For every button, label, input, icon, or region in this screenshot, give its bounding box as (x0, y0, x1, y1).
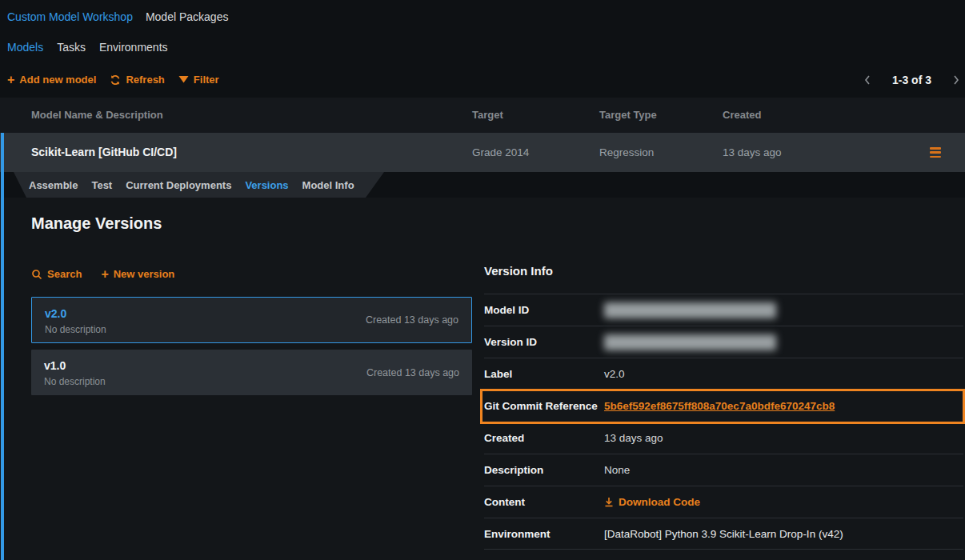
column-created: Created (723, 98, 761, 133)
info-value: None (604, 464, 630, 476)
chevron-right-icon[interactable] (952, 74, 960, 86)
column-target-type: Target Type (599, 98, 657, 133)
add-new-model-label: Add new model (19, 74, 96, 86)
info-row-model-id: Model ID (484, 294, 963, 326)
tab-model-info[interactable]: Model Info (302, 179, 354, 191)
model-target-type: Regression (599, 133, 654, 172)
info-label: Label (484, 368, 604, 380)
filter-icon (178, 75, 189, 85)
download-code-label: Download Code (619, 496, 700, 508)
info-value: [DataRobot] Python 3.9 Scikit-Learn Drop… (604, 528, 843, 540)
info-label: Version ID (484, 336, 604, 348)
info-label: Git Commit Reference (484, 400, 604, 412)
pagination-range: 1-3 of 3 (892, 74, 931, 86)
primary-nav: Custom Model Workshop Model Packages (7, 10, 228, 23)
nav-custom-model-workshop[interactable]: Custom Model Workshop (7, 10, 133, 23)
nav-model-packages[interactable]: Model Packages (146, 10, 229, 23)
model-table-row[interactable]: Scikit-Learn [GitHub CI/CD] Grade 2014 R… (0, 133, 965, 172)
info-row-environment: Environment [DataRobot] Python 3.9 Sciki… (484, 518, 963, 550)
info-row-git-commit: Git Commit Reference 5b6ef592ef8675ff808… (484, 390, 963, 422)
column-target: Target (472, 98, 503, 133)
version-info-panel: Version Info Model ID Version ID Label v… (484, 264, 963, 550)
info-row-content: Content Download Code (484, 486, 963, 518)
version-created: Created 13 days ago (366, 367, 459, 378)
filter-button[interactable]: Filter (178, 74, 219, 86)
download-icon (604, 497, 614, 507)
custom-model-workshop-screen: Custom Model Workshop Model Packages Mod… (0, 0, 965, 560)
tab-test[interactable]: Test (91, 179, 112, 191)
info-value: v2.0 (604, 368, 625, 380)
refresh-button[interactable]: Refresh (110, 74, 164, 86)
info-label: Description (484, 464, 604, 476)
model-target: Grade 2014 (472, 133, 529, 172)
chevron-left-icon[interactable] (863, 74, 871, 86)
filter-label: Filter (194, 74, 219, 86)
version-card-v2[interactable]: v2.0 No description Created 13 days ago (31, 297, 472, 343)
download-code-link[interactable]: Download Code (604, 496, 700, 508)
version-card-v1[interactable]: v1.0 No description Created 13 days ago (31, 350, 472, 395)
tab-current-deployments[interactable]: Current Deployments (126, 179, 231, 191)
model-created: 13 days ago (723, 133, 782, 172)
nav-models[interactable]: Models (7, 41, 43, 54)
tab-assemble[interactable]: Assemble (29, 179, 78, 191)
versions-content: Manage Versions Search + New version v2.… (0, 198, 965, 560)
nav-environments[interactable]: Environments (99, 41, 168, 54)
nav-tasks[interactable]: Tasks (57, 41, 86, 54)
versions-toolbar: Search + New version (31, 268, 174, 280)
action-bar: + Add new model Refresh Filter (7, 74, 219, 86)
info-row-label: Label v2.0 (484, 358, 963, 390)
refresh-label: Refresh (126, 74, 164, 86)
new-version-label: New version (114, 268, 175, 280)
pagination: 1-3 of 3 (863, 74, 960, 86)
redacted-value (604, 334, 776, 350)
model-detail-tabs: Assemble Test Current Deployments Versio… (0, 172, 384, 198)
models-table-header: Model Name & Description Target Target T… (0, 98, 965, 133)
version-description: No description (45, 324, 458, 335)
new-version-button[interactable]: + New version (101, 268, 174, 280)
tab-versions[interactable]: Versions (245, 179, 288, 191)
search-button[interactable]: Search (31, 268, 82, 280)
info-label: Content (484, 496, 604, 508)
manage-versions-title: Manage Versions (31, 214, 162, 233)
version-info-title: Version Info (484, 264, 963, 294)
refresh-icon (110, 74, 121, 86)
plus-icon: + (101, 269, 108, 279)
info-row-description: Description None (484, 454, 963, 486)
info-row-version-id: Version ID (484, 326, 963, 358)
column-model-name: Model Name & Description (31, 98, 163, 133)
info-label: Model ID (484, 304, 604, 316)
info-label: Created (484, 432, 604, 444)
info-row-created: Created 13 days ago (484, 422, 963, 454)
row-menu-icon[interactable] (930, 147, 941, 158)
redacted-value (604, 302, 776, 318)
info-label: Environment (484, 528, 604, 540)
search-label: Search (47, 268, 82, 280)
version-created: Created 13 days ago (366, 314, 458, 326)
git-commit-link[interactable]: 5b6ef592ef8675ff808a70ec7a0bdfe670247cb8 (604, 400, 835, 412)
plus-icon: + (7, 74, 14, 85)
secondary-nav: Models Tasks Environments (7, 41, 168, 54)
model-name: Scikit-Learn [GitHub CI/CD] (31, 133, 177, 172)
selected-row-indicator (1, 133, 4, 560)
info-value: 13 days ago (604, 432, 663, 444)
search-icon (31, 269, 42, 280)
add-new-model-button[interactable]: + Add new model (7, 74, 96, 86)
